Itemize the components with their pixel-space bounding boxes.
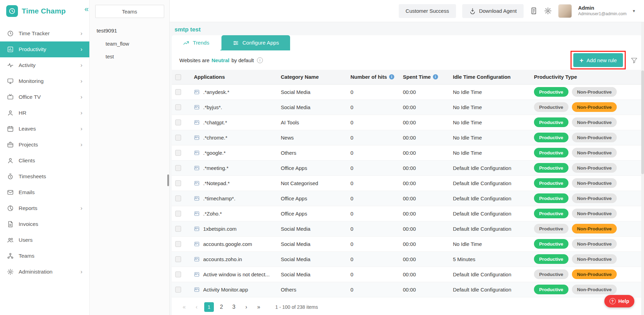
- row-checkbox[interactable]: [175, 150, 181, 156]
- teams-panel-scrollbar[interactable]: [167, 174, 169, 186]
- row-checkbox[interactable]: [175, 287, 181, 293]
- settings-gear-icon[interactable]: [544, 7, 552, 15]
- non-productive-badge[interactable]: Non-Productive: [572, 102, 617, 112]
- sidebar-item-hr[interactable]: HR›: [0, 105, 89, 121]
- sidebar-item-office-tv[interactable]: Office TV›: [0, 89, 89, 105]
- productive-badge[interactable]: Productive: [534, 163, 568, 173]
- non-productive-badge[interactable]: Non-Productive: [572, 239, 617, 249]
- info-icon[interactable]: i: [257, 57, 263, 63]
- non-productive-badge[interactable]: Non-Productive: [572, 178, 617, 188]
- productive-badge[interactable]: Productive: [534, 133, 568, 142]
- row-checkbox[interactable]: [175, 165, 181, 171]
- table-row[interactable]: .*meeting.*Office Apps000:00Default Idle…: [172, 160, 642, 175]
- table-row[interactable]: .*Notepad.*Not Categorised000:00Default …: [172, 175, 642, 191]
- page-scrollbar-thumb[interactable]: [641, 70, 644, 174]
- productive-badge[interactable]: Productive: [534, 269, 568, 279]
- team-child-item[interactable]: team_flow: [106, 41, 169, 47]
- pagination-page-3[interactable]: 3: [229, 302, 239, 312]
- table-row[interactable]: accounts.zoho.inSocial Media000:005 Minu…: [172, 251, 642, 267]
- sidebar-item-users[interactable]: Users: [0, 232, 89, 248]
- table-row[interactable]: Active window is not detect...Social Med…: [172, 267, 642, 282]
- sidebar-item-monitoring[interactable]: Monitoring›: [0, 73, 89, 89]
- page-scrollbar[interactable]: [641, 22, 644, 315]
- user-menu-caret-icon[interactable]: ▾: [633, 8, 635, 13]
- pagination-first-icon[interactable]: «: [179, 302, 189, 312]
- productive-badge[interactable]: Productive: [534, 102, 568, 112]
- download-agent-button[interactable]: Download Agent: [462, 4, 524, 18]
- add-new-rule-button[interactable]: + Add new rule: [573, 53, 623, 67]
- table-row[interactable]: .*chatgpt.*AI Tools000:00No Idle TimePro…: [172, 115, 642, 130]
- sidebar-item-teams[interactable]: Teams: [0, 248, 89, 264]
- non-productive-badge[interactable]: Non-Productive: [572, 133, 617, 142]
- sidebar-collapse-button[interactable]: «: [85, 6, 89, 13]
- non-productive-badge[interactable]: Non-Productive: [572, 193, 617, 203]
- row-checkbox[interactable]: [175, 211, 181, 217]
- sidebar-item-activity[interactable]: Activity›: [0, 57, 89, 73]
- sidebar-item-reports[interactable]: Reports›: [0, 200, 89, 216]
- table-row[interactable]: 1xbetspin.comSocial Media000:00Default I…: [172, 221, 642, 236]
- sidebar-item-productivity[interactable]: Productivity›: [0, 41, 89, 57]
- sidebar-item-time-tracker[interactable]: Time Tracker›: [0, 26, 89, 41]
- user-avatar[interactable]: [558, 4, 572, 18]
- table-row[interactable]: .*byjus*.Social Media000:00No Idle TimeP…: [172, 99, 642, 115]
- document-icon[interactable]: [530, 7, 538, 15]
- row-checkbox[interactable]: [175, 271, 181, 277]
- non-productive-badge[interactable]: Non-Productive: [572, 117, 617, 127]
- select-all-checkbox[interactable]: [175, 74, 181, 80]
- productive-badge[interactable]: Productive: [534, 178, 568, 188]
- non-productive-badge[interactable]: Non-Productive: [572, 209, 617, 218]
- table-row[interactable]: Activity Monitor.appOthers000:00Default …: [172, 282, 642, 297]
- sidebar-item-timesheets[interactable]: Timesheets: [0, 169, 89, 184]
- pagination-prev-icon[interactable]: ‹: [192, 302, 201, 312]
- row-checkbox[interactable]: [175, 256, 181, 262]
- pagination-page-1[interactable]: 1: [204, 302, 214, 312]
- help-button[interactable]: ? Help: [604, 295, 634, 307]
- tab-configure-apps[interactable]: Configure Apps: [221, 35, 290, 50]
- sidebar-item-administration[interactable]: Administration›: [0, 264, 89, 280]
- table-row[interactable]: .*chrome.*News000:00No Idle TimeProducti…: [172, 130, 642, 145]
- non-productive-badge[interactable]: Non-Productive: [572, 163, 617, 173]
- sidebar-item-leaves[interactable]: Leaves›: [0, 121, 89, 137]
- table-row[interactable]: .*Zoho.*Office Apps000:00Default Idle Co…: [172, 206, 642, 221]
- non-productive-badge[interactable]: Non-Productive: [572, 285, 617, 294]
- row-checkbox[interactable]: [175, 135, 181, 141]
- row-checkbox[interactable]: [175, 104, 181, 110]
- team-group-item[interactable]: test9091: [97, 28, 169, 34]
- productive-badge[interactable]: Productive: [534, 254, 568, 264]
- pagination-next-icon[interactable]: ›: [241, 302, 251, 312]
- row-checkbox[interactable]: [175, 226, 181, 232]
- productive-badge[interactable]: Productive: [534, 224, 568, 233]
- non-productive-badge[interactable]: Non-Productive: [572, 269, 617, 279]
- productive-badge[interactable]: Productive: [534, 117, 568, 127]
- table-row[interactable]: .*timechamp*.Office Apps000:00Default Id…: [172, 191, 642, 206]
- non-productive-badge[interactable]: Non-Productive: [572, 148, 617, 158]
- info-icon[interactable]: i: [389, 74, 394, 79]
- sidebar-item-clients[interactable]: Clients: [0, 153, 89, 169]
- sidebar-item-invoices[interactable]: Invoices: [0, 216, 89, 232]
- tab-trends[interactable]: Trends: [172, 35, 220, 50]
- productive-badge[interactable]: Productive: [534, 239, 568, 249]
- productive-badge[interactable]: Productive: [534, 285, 568, 294]
- table-row[interactable]: .*google.*Others000:00No Idle TimeProduc…: [172, 145, 642, 160]
- row-checkbox[interactable]: [175, 241, 181, 247]
- row-checkbox[interactable]: [175, 195, 181, 201]
- pagination-last-icon[interactable]: »: [254, 302, 264, 312]
- filter-icon[interactable]: [631, 57, 638, 64]
- row-checkbox[interactable]: [175, 89, 181, 95]
- productive-badge[interactable]: Productive: [534, 148, 568, 158]
- productive-badge[interactable]: Productive: [534, 87, 568, 97]
- non-productive-badge[interactable]: Non-Productive: [572, 224, 617, 233]
- row-checkbox[interactable]: [175, 120, 181, 125]
- sidebar-item-projects[interactable]: Projects›: [0, 137, 89, 153]
- customer-success-button[interactable]: Customer Success: [399, 4, 456, 18]
- pagination-page-2[interactable]: 2: [217, 302, 226, 312]
- table-row[interactable]: accounts.google.comSocial Media000:00No …: [172, 236, 642, 251]
- non-productive-badge[interactable]: Non-Productive: [572, 87, 617, 97]
- sidebar-item-emails[interactable]: Emails: [0, 184, 89, 200]
- productive-badge[interactable]: Productive: [534, 193, 568, 203]
- non-productive-badge[interactable]: Non-Productive: [572, 254, 617, 264]
- team-child-item[interactable]: test: [106, 54, 169, 59]
- info-icon[interactable]: i: [433, 74, 438, 79]
- row-checkbox[interactable]: [175, 180, 181, 186]
- productive-badge[interactable]: Productive: [534, 209, 568, 218]
